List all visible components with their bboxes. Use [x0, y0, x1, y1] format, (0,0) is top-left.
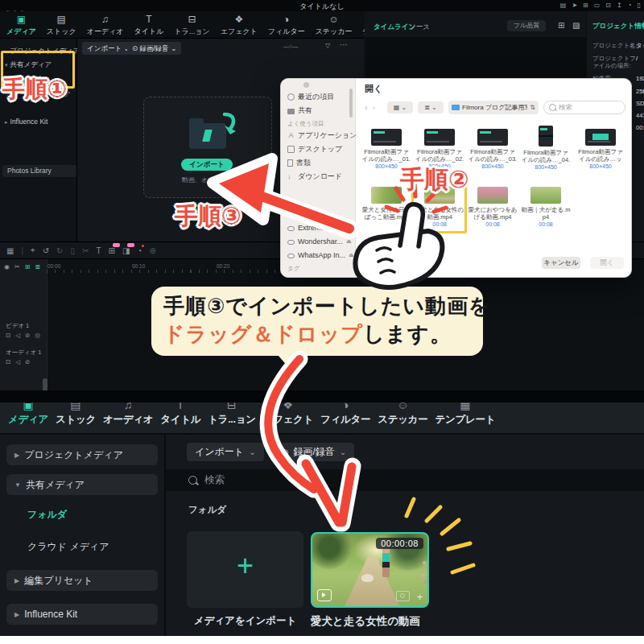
track-list-icon[interactable]: ≣ — [35, 263, 40, 270]
add-track-icon[interactable]: ⊞ — [25, 263, 31, 270]
grid-view-icon[interactable]: ⊞ — [558, 21, 564, 30]
icon-view-button[interactable]: ▦ ⌄ — [387, 101, 413, 114]
folder-dropdown[interactable]: Filmora ブログ記事用写真 (K... ⇅ — [448, 101, 539, 114]
export-icon[interactable]: ↥ — [617, 2, 622, 9]
sidebar-item-shared-media[interactable]: ▼共有メディア — [6, 474, 158, 495]
render-icon[interactable]: ⊕ — [149, 246, 155, 255]
track-manager-icon[interactable]: ▦ — [6, 246, 14, 255]
file-thumbnail[interactable] — [424, 129, 455, 146]
tab-transition[interactable]: ⊟トラ...ョン — [208, 402, 256, 433]
tab-sticker[interactable]: ☺ステッカー — [378, 402, 427, 433]
file-thumbnail[interactable] — [477, 129, 508, 146]
save-icon[interactable]: ⊡ — [605, 2, 611, 9]
sidebar-item-documents[interactable]: 書類 — [287, 158, 311, 168]
display-icon[interactable]: ▭ — [594, 2, 601, 9]
sidebar-item-downloads[interactable]: ↓ダウンロード — [287, 171, 342, 182]
eject-icon[interactable]: ⏏ — [349, 252, 354, 258]
nav-back-forward[interactable]: ‹› — [365, 102, 380, 112]
sidebar-item-photos-library[interactable]: Photos Library — [2, 165, 76, 177]
list-view-button[interactable]: ≣ ⌄ — [418, 101, 444, 114]
redo-icon[interactable]: ↻ — [56, 246, 63, 255]
select-tool-icon[interactable]: ⌖ — [31, 246, 35, 255]
tab-template[interactable]: ▦テンプレート — [435, 402, 495, 433]
eject-icon[interactable]: ⏏ — [346, 238, 352, 245]
search-field[interactable]: 検索 — [543, 101, 625, 114]
lock-icon[interactable]: ⊡ — [6, 332, 10, 339]
record-button[interactable]: ⊙ 録画/録音 ⌄ — [127, 42, 181, 55]
text-tool-icon[interactable]: T — [96, 246, 101, 255]
filter-funnel-icon[interactable]: ▽ — [325, 42, 330, 49]
sidebar-item-influence-kit[interactable]: ▸Influence Kit — [5, 118, 81, 126]
lock-icon[interactable]: ⊡ — [6, 358, 10, 365]
sidebar-item-extreme-ssd[interactable]: Extreme SSD⏏ — [287, 224, 349, 232]
sidebar-item-wondershare[interactable]: Wondershar...⏏ — [287, 237, 349, 246]
timeline-ruler[interactable] — [47, 270, 280, 273]
dialog-close-button[interactable] — [303, 82, 309, 88]
tab-transition[interactable]: ⊟トラ...ョン — [174, 11, 209, 37]
record-button[interactable]: ◉録画/録音⌄ — [272, 443, 354, 461]
file-item[interactable]: Filmora動画ファイルの読み…ッチ.png 800×450 — [576, 129, 625, 169]
tab-title[interactable]: Tタイトル — [160, 402, 200, 433]
tab-media[interactable]: ▣メディア — [6, 11, 36, 37]
tab-audio[interactable]: ♫オーディオ — [103, 402, 153, 433]
import-button[interactable]: インポート⌄ — [187, 443, 264, 461]
sidebar-item-home[interactable]: ⌂Ha… — [287, 210, 315, 218]
thumbnail-size-slider[interactable]: —○— — [283, 43, 298, 49]
cancel-button[interactable]: キャンセル — [542, 257, 580, 269]
sidebar-item-edit-presets[interactable]: ▶編集プリセット — [6, 570, 158, 591]
camera-icon[interactable] — [396, 591, 410, 601]
open-button[interactable]: 開く — [590, 257, 624, 269]
sidebar-item-shared[interactable]: 共有 — [287, 105, 312, 116]
video-thumbnail-card[interactable]: 00:00:08 + — [311, 532, 429, 608]
tab-stock[interactable]: ▤ストック — [47, 11, 76, 37]
tab-effect[interactable]: ❖エフェクト — [263, 402, 313, 433]
sidebar-item-project-media[interactable]: ▶プロジェクトメディア — [6, 444, 158, 465]
file-item[interactable]: 動画｜犬が走る.mp4 00:08 — [521, 187, 571, 227]
search-bar[interactable]: 検索 — [166, 469, 644, 491]
speed-icon[interactable]: ◔ — [137, 246, 142, 255]
import-media-card[interactable]: + — [187, 531, 303, 608]
tab-effect[interactable]: ❖エフェクト — [221, 11, 258, 37]
split-icon[interactable]: ✂ — [82, 246, 89, 255]
delete-icon[interactable]: ▯ — [70, 246, 75, 255]
tab-title[interactable]: Tタイトル — [134, 11, 164, 37]
file-thumbnail[interactable] — [371, 187, 402, 204]
tab-audio[interactable]: ♫オーディオ — [87, 11, 124, 37]
keyframe-icon[interactable]: ◉ — [4, 263, 10, 270]
cut-icon[interactable]: ✂ — [14, 263, 20, 270]
file-item[interactable]: Filmora動画ファイルの読み…_04.png 800×450 — [521, 126, 571, 170]
sidebar-item-cloud-media[interactable]: クラウド メディア — [6, 536, 158, 557]
tab-stock[interactable]: ▤ストック — [56, 402, 96, 433]
link-icon[interactable]: ⊘ — [25, 332, 30, 339]
mute-icon[interactable]: ◁ — [15, 358, 20, 365]
eye-icon[interactable]: ◎ — [35, 332, 40, 339]
tab-source-preview[interactable]: ソース — [409, 23, 430, 32]
add-to-timeline-icon[interactable]: + — [417, 592, 423, 603]
quality-dropdown[interactable]: フル品質 — [507, 20, 546, 31]
screen-record-icon[interactable]: ⊞ — [583, 2, 588, 9]
tab-filter[interactable]: ◑フィルター — [268, 11, 305, 37]
sidebar-item-desktop[interactable]: デスクトップ — [287, 144, 342, 155]
sidebar-item-folder[interactable]: フォルダ — [6, 504, 158, 525]
file-thumbnail[interactable] — [539, 126, 553, 147]
notification-icon[interactable]: ◔ — [628, 2, 632, 9]
share-icon[interactable]: ➤ — [572, 2, 577, 9]
timeline-scrollbar[interactable] — [43, 378, 47, 390]
sidebar-scrollbar[interactable] — [349, 89, 353, 118]
mute-icon[interactable]: ◁ — [15, 332, 20, 339]
snapshot-icon[interactable]: ▨ — [572, 21, 580, 30]
file-item[interactable]: Filmora動画ファイルの読み…_03.png 800×450 — [468, 129, 518, 169]
sidebar-item-recents[interactable]: 最近の項目 — [287, 92, 334, 102]
sidebar-item-influence-kit[interactable]: ▶Influence Kit — [6, 604, 158, 625]
file-thumbnail[interactable] — [477, 187, 508, 204]
crop-icon[interactable]: ⊞ — [109, 246, 115, 255]
dropzone-import-button[interactable]: インポート — [181, 159, 233, 171]
tab-filter[interactable]: ◑フィルター — [320, 402, 370, 433]
tab-sticker[interactable]: ☺ステッカー — [316, 11, 353, 37]
sidebar-item-applications[interactable]: Aアプリケーション — [287, 130, 357, 141]
import-dropzone[interactable]: インポート 動画、オーディオ — [143, 97, 272, 198]
file-item[interactable]: 愛犬におやつをあげる動画.mp4 00:08 — [468, 187, 518, 227]
file-thumbnail[interactable] — [371, 129, 402, 146]
mask-icon[interactable]: ◨ — [122, 246, 130, 255]
account-icon[interactable]: ▯ — [638, 2, 641, 9]
